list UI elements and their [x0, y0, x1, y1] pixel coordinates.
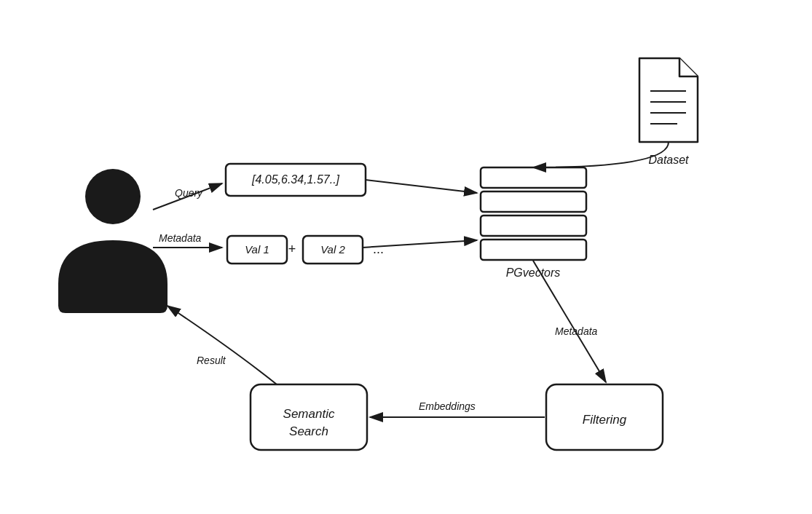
dataset-icon: Dataset: [639, 58, 698, 166]
semantic-search-label-line1: Semantic: [283, 407, 335, 421]
metadata-top-label: Metadata: [159, 232, 202, 244]
svg-rect-7: [481, 240, 586, 260]
svg-point-0: [85, 169, 141, 224]
vector-label: [4.05,6.34,1.57..]: [251, 173, 340, 186]
svg-rect-5: [481, 191, 586, 212]
filtering-box: Filtering: [546, 384, 663, 450]
diagram-container: [4.05,6.34,1.57..] Val 1 + Val 2 ... PGv…: [0, 0, 812, 514]
metadata-bottom-label: Metadata: [555, 325, 598, 337]
val2-label: Val 2: [320, 243, 345, 256]
semantic-search-box: Semantic Search: [251, 384, 367, 450]
embeddings-label: Embeddings: [419, 400, 476, 412]
pgvectors-label: PGvectors: [506, 266, 561, 279]
svg-rect-4: [481, 167, 586, 188]
plus-sign: +: [288, 242, 296, 256]
semantic-search-label-line2: Search: [289, 424, 328, 438]
person-icon: [58, 169, 167, 313]
dots-label: ...: [373, 242, 384, 256]
filtering-label: Filtering: [583, 413, 627, 427]
svg-rect-6: [481, 216, 586, 236]
result-label: Result: [197, 355, 226, 366]
val1-label: Val 1: [245, 243, 269, 256]
val1-box: Val 1: [227, 236, 287, 264]
vector-box: [4.05,6.34,1.57..]: [226, 164, 366, 196]
val2-box: Val 2: [303, 236, 363, 264]
query-label: Query: [175, 187, 203, 199]
